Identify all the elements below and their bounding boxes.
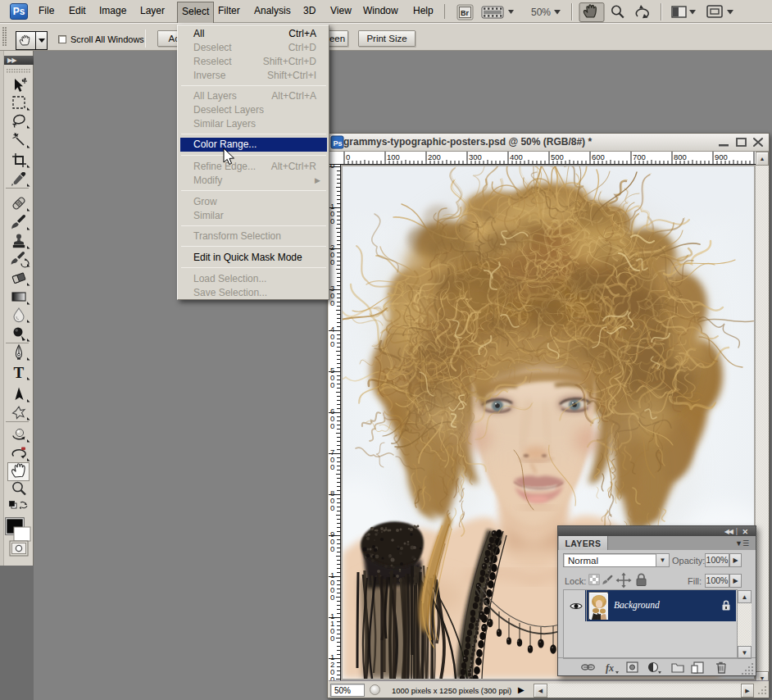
svg-text:900: 900 xyxy=(715,152,728,161)
svg-text:0: 0 xyxy=(330,544,334,553)
svg-text:Ps: Ps xyxy=(334,139,343,148)
svg-text:400: 400 xyxy=(510,152,523,161)
svg-text:0: 0 xyxy=(330,634,334,643)
svg-text:200: 200 xyxy=(428,152,441,161)
svg-text:0: 0 xyxy=(330,298,334,307)
svg-text:0: 0 xyxy=(346,152,350,161)
svg-text:0: 0 xyxy=(330,462,334,471)
svg-text:500: 500 xyxy=(551,152,564,161)
svg-text:fx: fx xyxy=(606,662,614,674)
svg-text:700: 700 xyxy=(633,152,646,161)
svg-text:T: T xyxy=(14,364,25,381)
svg-text:0: 0 xyxy=(330,339,334,348)
svg-text:50%: 50% xyxy=(531,7,551,18)
svg-text:100: 100 xyxy=(387,152,400,161)
svg-text:600: 600 xyxy=(592,152,605,161)
svg-text:0: 0 xyxy=(330,216,334,225)
svg-text:Br: Br xyxy=(461,9,469,17)
svg-text:800: 800 xyxy=(674,152,687,161)
svg-text:0: 0 xyxy=(330,503,334,512)
svg-text:0: 0 xyxy=(330,257,334,266)
svg-text:0: 0 xyxy=(330,593,334,602)
svg-text:0: 0 xyxy=(330,421,334,430)
svg-text:0: 0 xyxy=(330,165,334,170)
svg-text:0: 0 xyxy=(330,380,334,389)
svg-text:300: 300 xyxy=(469,152,482,161)
